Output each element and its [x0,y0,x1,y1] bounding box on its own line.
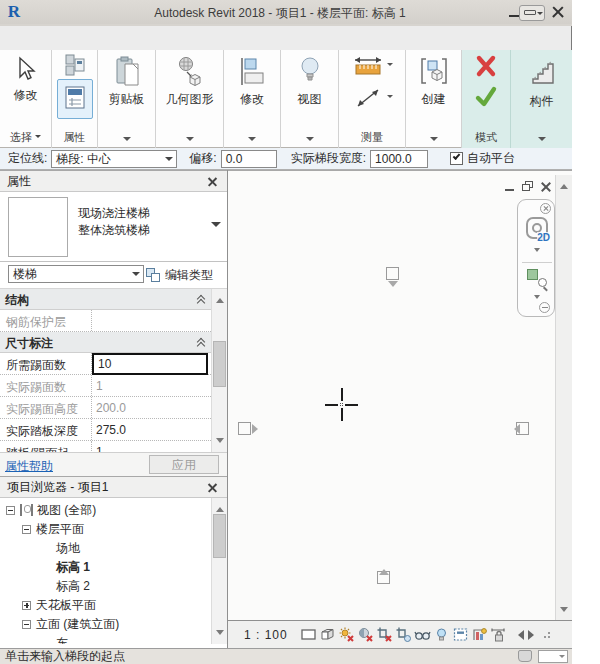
property-row: 钢筋保护层 [0,310,227,332]
tree-item-ceiling-plans[interactable]: 天花板平面 [22,596,96,614]
zoom-region-icon[interactable] [527,269,547,289]
type-preview-image [8,197,68,257]
canvas-scrollbar[interactable] [555,175,572,621]
cancel-sketch-icon[interactable] [474,53,498,79]
navbar-close-icon[interactable] [540,203,551,214]
panel-select-footer[interactable]: 选择 [0,130,51,145]
create-panel-label: 创建 [406,91,461,108]
shadows-off-icon[interactable] [357,626,374,643]
elevation-marker-right-arrow [509,424,520,434]
modify-button[interactable]: 修改 [0,87,51,104]
scale-button[interactable]: 1 : 100 [244,628,288,642]
stairs-icon[interactable] [527,55,557,91]
lightbulb-icon[interactable] [295,55,325,89]
project-browser-title: 项目浏览器 - 项目1 [7,480,108,494]
measure-aligned-button[interactable] [339,50,405,82]
properties-close-icon[interactable] [206,175,219,188]
drawing-area[interactable]: 2D [228,170,572,620]
analytical-model-icon[interactable] [471,626,488,643]
view-minimize-icon[interactable] [503,180,517,193]
design-options-combo[interactable] [538,650,568,663]
steering-wheel-icon[interactable]: 2D [526,217,548,239]
properties-help-link[interactable]: 属性帮助 [5,458,53,475]
horizontal-scroll-arrows[interactable] [513,630,539,640]
elevation-marker-top[interactable] [386,267,399,280]
options-bar: 定位线: 梯段: 中心 偏移: 0.0 实际梯段宽度: 1000.0 自动平台 [0,148,572,170]
elevation-marker-left[interactable] [238,422,251,435]
wheel-dropdown-icon[interactable] [534,248,540,255]
modify-tools-icon[interactable] [237,55,267,89]
project-browser-header[interactable]: 项目浏览器 - 项目1 [0,476,227,498]
collapse-icon[interactable] [6,506,15,515]
zoom-dropdown-icon[interactable] [534,295,540,302]
panel-clipboard-expander[interactable] [98,133,155,145]
visual-style-icon[interactable] [319,626,336,643]
tree-item-level-1[interactable]: 标高 1 [56,558,90,576]
left-dock: 属性 现场浇注楼梯 整体浇筑楼梯 楼梯 编辑类型 结构 钢筋保护层 尺寸标注 [0,170,228,648]
property-grid: 结构 钢筋保护层 尺寸标注 所需踢面数 10 实际踢面数1 实际踢面高度200.… [0,289,227,452]
collapse-icon[interactable] [22,620,31,629]
apply-button[interactable]: 应用 [149,455,219,474]
tree-item-views[interactable]: 视图 (全部) [6,501,96,519]
crosshair-cursor [345,404,358,406]
measure-between-button[interactable] [339,82,405,114]
tree-item-floor-plans[interactable]: 楼层平面 [22,520,84,538]
panel-geometry-expander[interactable] [156,133,223,145]
browser-scrollbar[interactable] [211,498,227,644]
offset-input[interactable]: 0.0 [221,150,277,168]
wheel-2d-label: 2D [537,232,550,243]
paste-blocks-icon[interactable] [63,53,87,79]
panel-component-expander[interactable] [511,133,572,145]
panel-view: 视图 [281,50,339,148]
elevation-marker-top-arrow [388,281,398,292]
auto-platform-label: 自动平台 [467,150,515,167]
properties-button[interactable] [57,79,93,119]
close-button[interactable] [550,4,566,20]
component-button[interactable]: 构件 [511,93,572,110]
location-line-combo[interactable]: 梯段: 中心 [51,150,177,168]
reveal-constraints-icon[interactable] [490,626,507,643]
reveal-hidden-elements-icon[interactable] [433,626,450,643]
crop-view-off-icon[interactable] [376,626,393,643]
group-structure[interactable]: 结构 [0,289,227,310]
properties-palette-header[interactable]: 属性 [0,170,227,192]
modify-panel-label: 修改 [224,91,280,108]
temporary-hide-isolate-icon[interactable] [414,626,431,643]
expand-icon[interactable] [22,601,31,610]
collapse-icon[interactable] [22,525,31,534]
group-dimensions[interactable]: 尺寸标注 [0,332,227,353]
project-browser-close-icon[interactable] [206,481,219,494]
modify-cursor-icon[interactable] [11,55,41,85]
design-options-icon[interactable] [518,650,532,662]
view-restore-icon[interactable] [521,180,535,193]
desired-risers-input[interactable]: 10 [92,353,208,375]
auto-platform-checkbox[interactable] [450,152,463,165]
tree-item-level-2[interactable]: 标高 2 [56,577,90,595]
type-selector-dropdown-icon[interactable] [211,222,221,232]
detail-level-icon[interactable] [300,626,317,643]
element-filter-combo[interactable]: 楼梯 [8,265,144,283]
sun-path-off-icon[interactable] [338,626,355,643]
properties-scrollbar[interactable] [211,289,227,452]
edit-type-button[interactable]: 编辑类型 [146,265,213,285]
type-selector[interactable]: 现场浇注楼梯 整体浇筑楼梯 [0,192,227,262]
show-crop-region-icon[interactable] [395,626,412,643]
panel-modify-expander[interactable] [224,133,280,145]
clipboard-icon[interactable] [112,55,142,89]
tread-depth-input[interactable]: 275.0 [92,419,227,440]
tree-item-site[interactable]: 场地 [56,539,80,557]
tree-item-elevations[interactable]: 立面 (建筑立面) [22,615,119,633]
property-row: 实际踢面高度200.0 [0,397,227,419]
ribbon-state-toggle[interactable] [519,5,545,21]
panel-create-expander[interactable] [406,133,461,145]
tree-item-east[interactable]: 东 [56,634,68,644]
navbar-minimize-icon[interactable] [539,302,550,313]
temporary-view-properties-icon[interactable] [452,626,469,643]
view-close-icon[interactable] [539,180,553,193]
status-bar: 单击来输入梯段的起点 [0,648,572,664]
geometry-icon[interactable] [175,55,205,89]
panel-view-expander[interactable] [281,133,338,145]
run-width-input[interactable]: 1000.0 [370,150,428,168]
finish-sketch-icon[interactable] [474,85,498,109]
create-group-icon[interactable] [419,55,449,89]
